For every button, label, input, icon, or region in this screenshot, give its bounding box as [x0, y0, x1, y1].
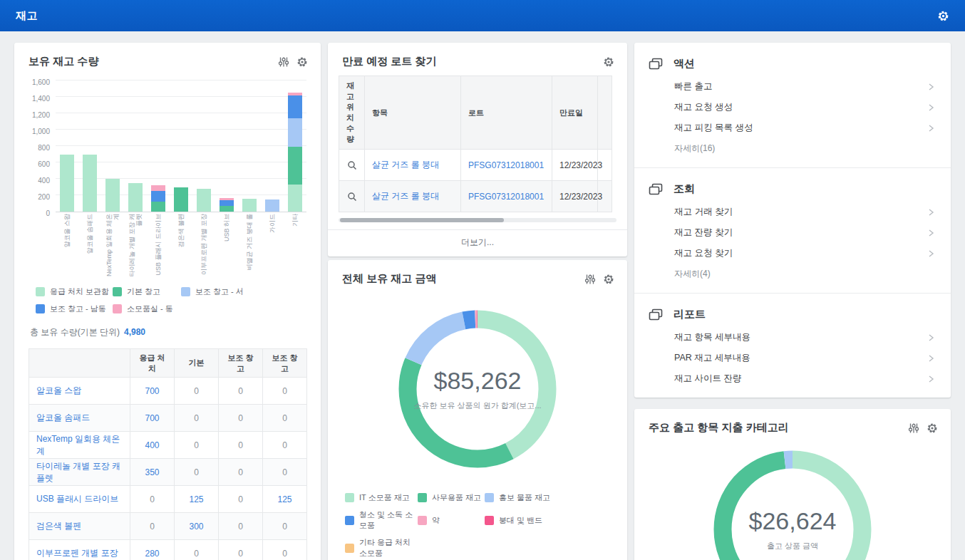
- gear-icon[interactable]: [927, 422, 938, 434]
- panel-action-item[interactable]: 빠른 출고: [634, 76, 951, 97]
- legend-label: 보조 창고 - 서: [195, 286, 244, 297]
- quantity-cell: 0: [175, 432, 219, 459]
- quantity-cell: 0: [175, 378, 219, 405]
- section-header: 조회: [634, 178, 951, 202]
- item-link[interactable]: 이부프로펜 개별 포장: [29, 540, 130, 560]
- bar-segment[interactable]: [174, 187, 188, 212]
- sliders-icon[interactable]: [278, 56, 289, 68]
- bar-segment[interactable]: [242, 199, 257, 212]
- bar-segment[interactable]: [220, 206, 234, 212]
- bar-segment[interactable]: [151, 191, 165, 201]
- inventory-value-donut[interactable]: $85,262 소유한 보유 상품의 원가 합계(보고...: [396, 307, 559, 471]
- column-header: [598, 76, 612, 150]
- magnifier-icon[interactable]: [339, 150, 365, 181]
- table-row: 알코올 스왑700000: [29, 378, 307, 405]
- lot-number-link[interactable]: PFSG07312018001: [461, 150, 552, 181]
- stacked-bar[interactable]: [265, 199, 279, 212]
- panel-action-item[interactable]: 재고 요청 생성: [634, 97, 951, 118]
- lot-item-link[interactable]: 살균 거즈 롤 붕대: [365, 181, 461, 212]
- quantity-cell[interactable]: 350: [130, 459, 175, 486]
- spend-category-donut[interactable]: $26,624 출고 상품 금액: [711, 447, 874, 560]
- hscrollbar-thumb[interactable]: [340, 218, 504, 222]
- bar-segment[interactable]: [83, 155, 97, 212]
- quantity-cell[interactable]: 280: [130, 540, 175, 560]
- x-label-slot: 알코올 솜패드: [78, 212, 101, 284]
- gear-icon[interactable]: [603, 274, 614, 285]
- legend-item[interactable]: IT 소모품 재고: [345, 492, 418, 503]
- stacked-bar[interactable]: [288, 93, 302, 212]
- bar-segment[interactable]: [105, 179, 120, 212]
- total-quantity-value[interactable]: 4,980: [124, 327, 145, 337]
- stacked-bar[interactable]: [197, 189, 211, 212]
- total-quantity-label: 총 보유 수량(기본 단위): [30, 327, 120, 337]
- quantity-cell[interactable]: 125: [175, 486, 219, 513]
- bar-segment[interactable]: [265, 199, 279, 212]
- quantity-cell[interactable]: 400: [130, 432, 175, 459]
- stacked-bar[interactable]: [60, 155, 74, 212]
- sliders-icon[interactable]: [584, 274, 596, 285]
- item-link[interactable]: 타이레놀 개별 포장 캐플렛: [29, 459, 130, 486]
- lots-more-link[interactable]: 더보기...: [328, 229, 627, 256]
- panel-action-item[interactable]: PAR 재고 세부내용: [634, 348, 951, 368]
- bar-segment[interactable]: [288, 95, 302, 118]
- bar-segment[interactable]: [288, 147, 302, 185]
- section-more-link[interactable]: 자세히(16): [634, 138, 951, 159]
- action-item-label: 재고 요청 찾기: [674, 247, 733, 259]
- x-label-slot: USB 플래시 드라이브: [147, 212, 170, 284]
- lot-number-link[interactable]: PFSG07312018001: [461, 181, 552, 212]
- item-link[interactable]: 알코올 스왑: [29, 378, 130, 405]
- panel-action-item[interactable]: 재고 피킹 목록 생성: [634, 118, 951, 138]
- column-header: 로트: [461, 76, 552, 150]
- sliders-icon[interactable]: [908, 422, 919, 434]
- gear-icon[interactable]: [296, 56, 308, 68]
- panel-action-item[interactable]: 재고 요청 찾기: [634, 243, 951, 264]
- bar-segment[interactable]: [60, 155, 74, 212]
- bar-segment[interactable]: [288, 118, 302, 147]
- legend-item[interactable]: 보조 창고 - 남동: [36, 304, 113, 314]
- quantity-cell[interactable]: 700: [130, 405, 175, 432]
- legend-swatch: [113, 287, 122, 296]
- quantity-cell[interactable]: 700: [130, 378, 175, 405]
- table-row: 이부프로펜 개별 포장280000: [29, 540, 307, 560]
- legend-item[interactable]: 보조 창고 - 서: [181, 286, 306, 297]
- legend-item[interactable]: 사무용품 재고: [418, 492, 485, 503]
- item-link[interactable]: USB 플래시 드라이브: [29, 486, 130, 513]
- gear-icon[interactable]: [603, 56, 614, 68]
- legend-item[interactable]: 약: [418, 509, 485, 531]
- stacked-bar[interactable]: [174, 187, 188, 212]
- item-link[interactable]: 검은색 볼펜: [29, 513, 130, 540]
- bar-segment[interactable]: [151, 185, 165, 192]
- bar-segment[interactable]: [128, 183, 143, 212]
- bar-segment[interactable]: [288, 185, 302, 212]
- legend-item[interactable]: 붕대 및 밴드: [485, 509, 613, 531]
- stacked-bar[interactable]: [151, 185, 165, 212]
- quantity-cell: 0: [175, 459, 219, 486]
- panel-action-item[interactable]: 재고 거래 찾기: [634, 202, 951, 222]
- item-link[interactable]: NexTemp 일회용 체온계: [29, 432, 130, 459]
- quantity-cell[interactable]: 125: [263, 486, 307, 513]
- legend-item[interactable]: 소모품실 - 동: [113, 304, 181, 314]
- bar-segment[interactable]: [220, 200, 234, 206]
- lot-item-link[interactable]: 살균 거즈 롤 붕대: [365, 150, 461, 181]
- bar-segment[interactable]: [151, 202, 165, 212]
- settings-gear-icon[interactable]: [937, 10, 949, 22]
- panel-action-item[interactable]: 재고 잔량 찾기: [634, 222, 951, 243]
- panel-action-item[interactable]: 재고 항목 세부내용: [634, 327, 951, 348]
- magnifier-icon[interactable]: [339, 181, 365, 212]
- legend-item[interactable]: 응급 처치 보관함: [36, 286, 113, 297]
- stacked-bar[interactable]: [83, 155, 97, 212]
- stacked-bar[interactable]: [220, 198, 234, 212]
- panel-action-item[interactable]: 재고 사이트 잔량: [634, 368, 951, 389]
- stacked-bar[interactable]: [242, 199, 257, 212]
- quantity-cell[interactable]: 300: [175, 513, 219, 540]
- stacked-bar[interactable]: [105, 179, 120, 212]
- stacked-bar[interactable]: [128, 183, 143, 212]
- item-link[interactable]: 알코올 솜패드: [29, 405, 130, 432]
- legend-item[interactable]: 기타 응급 처치 소모품: [345, 537, 418, 559]
- bar-segment[interactable]: [197, 189, 211, 212]
- legend-item[interactable]: 홍보 물품 재고: [485, 492, 613, 503]
- legend-item[interactable]: 청소 및 소독 소모품: [345, 509, 418, 531]
- legend-item[interactable]: 기본 창고: [113, 286, 181, 297]
- action-item-label: 재고 피킹 목록 생성: [674, 122, 753, 134]
- section-more-link[interactable]: 자세히(4): [634, 264, 951, 284]
